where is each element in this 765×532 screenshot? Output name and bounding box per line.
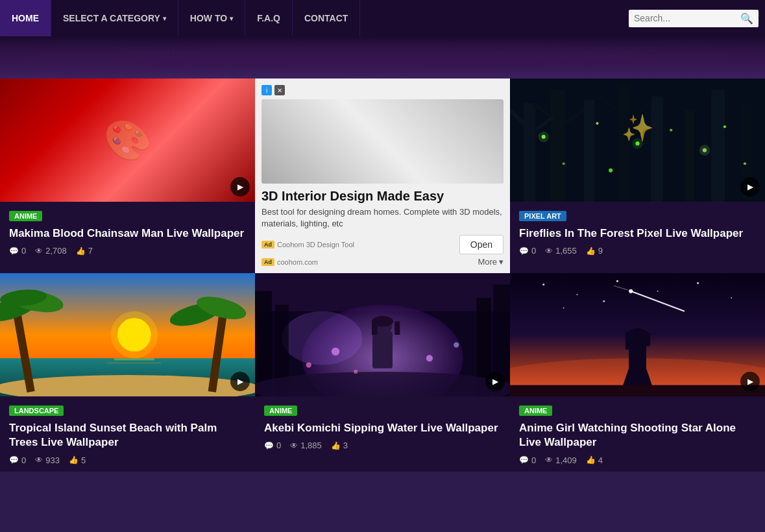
svg-point-10 (454, 146, 474, 156)
like-count-fireflies: 👍 9 (586, 246, 603, 256)
card-body-makima: ANIME Makima Blood Chainsaw Man Live Wal… (0, 202, 255, 262)
card-meta-anime-girl: 💬 0 👁 1,409 👍 4 (519, 455, 756, 465)
play-button-fireflies[interactable]: ▶ (740, 177, 760, 197)
play-icon: ▶ (237, 377, 243, 386)
content-grid: ▶ ANIME Makima Blood Chainsaw Man Live W… (0, 79, 765, 472)
comment-count-akebi: 💬 0 (264, 441, 281, 450)
search-input[interactable] (634, 13, 740, 23)
category-badge-fireflies[interactable]: PIXEL ART (519, 211, 566, 221)
ad-brand-row: Ad Coohom 3D Design Tool (261, 241, 354, 248)
card-title-tropical[interactable]: Tropical Island Sunset Beach with Palm T… (9, 421, 246, 450)
svg-point-76 (697, 282, 699, 284)
svg-point-27 (596, 122, 598, 125)
card-fireflies: ▶ PIXEL ART Fireflies In The Forest Pixe… (510, 79, 765, 273)
svg-point-72 (542, 284, 544, 285)
play-icon: ▶ (747, 377, 753, 386)
hero-background (0, 36, 765, 79)
eye-icon: 👁 (35, 455, 43, 465)
svg-rect-11 (510, 79, 765, 202)
ad-info-button[interactable]: i (261, 85, 272, 95)
card-title-akebi[interactable]: Akebi Komichi Sipping Water Live Wallpap… (264, 421, 501, 435)
comment-count-fireflies: 💬 0 (519, 246, 536, 256)
svg-rect-9 (454, 151, 474, 177)
card-meta-tropical: 💬 0 👁 933 👍 5 (9, 455, 246, 465)
thumbup-icon: 👍 (586, 455, 596, 465)
card-meta-akebi: 💬 0 👁 1,885 👍 3 (264, 441, 501, 450)
like-count-akebi: 👍 3 (331, 441, 348, 450)
svg-rect-5 (337, 141, 428, 161)
nav-item-faq[interactable]: F.A.Q (245, 0, 293, 36)
ad-close-button[interactable]: ✕ (274, 85, 285, 95)
nav-item-contact[interactable]: CONTACT (293, 0, 360, 36)
svg-rect-88 (644, 333, 650, 346)
ad-open-button[interactable]: Open (459, 235, 504, 254)
svg-point-79 (603, 300, 605, 302)
svg-point-34 (609, 168, 613, 172)
nav-item-category[interactable]: SELECT A CATEGORY ▾ (51, 0, 178, 36)
like-count-tropical: 👍 5 (69, 455, 86, 465)
svg-rect-7 (378, 135, 387, 145)
chevron-down-icon: ▾ (163, 15, 166, 22)
card-tropical: ▶ LANDSCAPE Tropical Island Sunset Beach… (0, 273, 255, 471)
card-title-anime-girl[interactable]: Anime Girl Watching Shooting Star Alone … (519, 421, 756, 450)
view-count-makima: 👁 2,708 (35, 246, 67, 256)
ad-footer-row: Ad coohom.com More ▾ (261, 257, 504, 267)
svg-point-35 (538, 132, 549, 143)
card-meta-fireflies: 💬 0 👁 1,655 👍 9 (519, 246, 756, 256)
svg-point-74 (616, 280, 618, 282)
eye-icon: 👁 (545, 247, 553, 256)
comment-count-tropical: 💬 0 (9, 455, 26, 465)
svg-point-73 (576, 294, 577, 295)
card-thumb-anime-girl[interactable]: ▶ (510, 273, 765, 396)
svg-point-3 (350, 99, 415, 154)
nav-item-home[interactable]: HOME (0, 0, 51, 36)
ad-more-button[interactable]: More ▾ (478, 257, 504, 267)
card-body-akebi: ANIME Akebi Komichi Sipping Water Live W… (255, 396, 510, 457)
card-akebi: ▶ ANIME Akebi Komichi Sipping Water Live… (255, 273, 510, 471)
svg-point-31 (723, 125, 726, 128)
comment-icon: 💬 (9, 247, 19, 256)
svg-point-40 (111, 311, 158, 358)
card-title-makima[interactable]: Makima Blood Chainsaw Man Live Wallpaper (9, 226, 246, 241)
comment-icon: 💬 (264, 441, 274, 450)
category-badge-anime-girl[interactable]: ANIME (519, 405, 552, 416)
search-icon[interactable]: 🔍 (740, 12, 753, 25)
ad-label-badge: Ad (261, 241, 274, 248)
category-badge-tropical[interactable]: LANDSCAPE (9, 405, 64, 416)
svg-point-77 (731, 297, 732, 298)
ad-domain: coohom.com (277, 258, 318, 266)
thumbup-icon: 👍 (586, 247, 596, 256)
nav-item-howto[interactable]: HOW TO ▾ (178, 0, 245, 36)
ad-domain-row: Ad coohom.com (261, 258, 318, 266)
card-makima: ▶ ANIME Makima Blood Chainsaw Man Live W… (0, 79, 255, 273)
category-badge-akebi[interactable]: ANIME (264, 405, 297, 416)
view-count-tropical: 👁 933 (35, 455, 60, 465)
thumbup-icon: 👍 (331, 441, 341, 450)
card-title-fireflies[interactable]: Fireflies In The Forest Pixel Live Wallp… (519, 226, 756, 241)
svg-point-69 (454, 343, 459, 348)
view-count-anime-girl: 👁 1,409 (545, 455, 577, 465)
card-thumb-tropical[interactable]: ▶ (0, 273, 255, 396)
category-badge-makima[interactable]: ANIME (9, 211, 42, 221)
navbar: HOME SELECT A CATEGORY ▾ HOW TO ▾ F.A.Q … (0, 0, 765, 36)
card-anime-girl: ▶ ANIME Anime Girl Watching Shooting Sta… (510, 273, 765, 471)
eye-icon: 👁 (545, 455, 553, 465)
svg-point-67 (306, 363, 311, 368)
svg-rect-51 (107, 363, 161, 364)
svg-point-78 (563, 308, 565, 309)
play-button-makima[interactable]: ▶ (230, 177, 250, 197)
card-thumb-fireflies[interactable]: ▶ (510, 79, 765, 202)
card-thumb-makima[interactable]: ▶ (0, 79, 255, 202)
card-thumb-akebi[interactable]: ▶ (255, 273, 510, 396)
svg-rect-12 (524, 103, 536, 202)
ad-brand: Coohom 3D Design Tool (277, 241, 354, 248)
svg-point-66 (332, 348, 339, 356)
svg-rect-1 (261, 138, 504, 184)
comment-icon: 💬 (9, 455, 19, 465)
svg-rect-64 (372, 322, 377, 335)
ad-image (261, 99, 504, 184)
comment-icon: 💬 (519, 247, 529, 256)
eye-icon: 👁 (290, 441, 298, 450)
nav-links: HOME SELECT A CATEGORY ▾ HOW TO ▾ F.A.Q … (0, 0, 360, 36)
comment-count-makima: 💬 0 (9, 246, 26, 256)
